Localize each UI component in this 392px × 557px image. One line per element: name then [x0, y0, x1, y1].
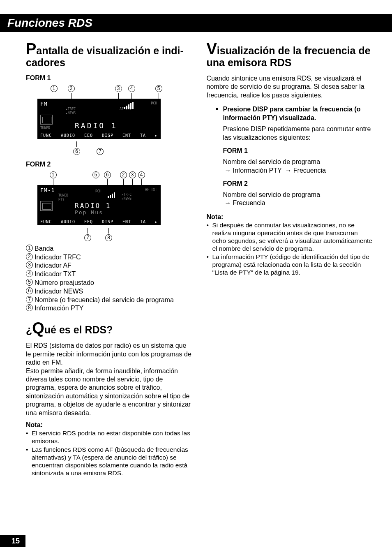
legend-num-4: 4 [26, 270, 33, 277]
form1-label: FORM 1 [26, 74, 192, 82]
legend-item: Indicador AF [35, 261, 71, 270]
left-column: Pantalla de visualización e indi-cadores… [26, 41, 192, 478]
section-que-es-rds: ¿Qué es el RDS? [26, 320, 192, 336]
display2-softkeys: FUNC AUDIO EEQ DISP ENT TA ▸ [40, 220, 158, 224]
legend-num-7: 7 [26, 296, 33, 303]
right-intro: Cuando sintonice una emisora RDS, se vis… [207, 74, 373, 99]
page-header: Funciones RDS [0, 14, 392, 32]
arrow-icon: → [225, 199, 231, 207]
callout-1b: 1 [50, 171, 57, 178]
callout-2b: 2 [120, 171, 127, 178]
form1-callouts-top: 1 2 3 4 5 [46, 84, 192, 99]
display1-main-text: RADIO 1 [75, 121, 118, 130]
section-pantalla: Pantalla de visualización e indi-cadores [26, 41, 192, 69]
form2-line1: Nombre del servicio de programa [223, 191, 373, 199]
legend-item: Información PTY [35, 304, 83, 313]
callout-6: 6 [73, 148, 80, 155]
step-text: Presione DISP repetidamente para conmuta… [223, 125, 373, 142]
note-item: Las funciones RDS como AF (búsqueda de f… [32, 446, 192, 477]
rds-paragraph-2: Esto permite añadir, de forma inaudible,… [26, 367, 192, 418]
display-form2: FM-1 TUNED PTY ▸TRFC ▸NEWS AF TXT PCH RA… [37, 185, 161, 225]
form1-label-right: FORM 1 [223, 147, 373, 155]
callout-6b: 6 [104, 171, 111, 178]
display2-sub-text: Pop Mus [75, 209, 103, 215]
note-list-left: •El servicio RDS podría no estar disponi… [26, 430, 192, 477]
callout-4: 4 [128, 85, 135, 92]
legend-item: Nombre (o frecuencia) del servicio de pr… [35, 296, 174, 305]
arrow-icon: → [285, 166, 292, 175]
note-heading-right: Nota: [207, 213, 373, 221]
callout-3: 3 [115, 85, 122, 92]
note-item: El servicio RDS podría no estar disponib… [32, 430, 192, 445]
note-item: La información PTY (código de identifica… [212, 253, 373, 277]
display2-main-text: RADIO 1 [75, 202, 111, 210]
legend-num-3: 3 [26, 261, 33, 268]
page-number: 15 [0, 535, 25, 547]
legend-item: Indicador TRFC [35, 253, 81, 262]
callout-2: 2 [68, 85, 75, 92]
legend-item: Número preajustado [35, 279, 94, 287]
form2-callouts-top: 1 5 6 2 3 4 [46, 171, 192, 185]
form2-callouts-bottom: 7 8 [84, 227, 192, 241]
callout-7b: 7 [84, 234, 91, 241]
note-list-right: •Si después de conmutar las visualizacio… [207, 222, 373, 277]
legend-num-6: 6 [26, 287, 33, 294]
display1-softkeys: FUNC AUDIO EEQ DISP ENT TA ▸ [40, 133, 158, 138]
legend-item: Indicador TXT [35, 270, 76, 279]
form2-label-right: FORM 2 [223, 180, 373, 188]
callout-8b: 8 [105, 234, 112, 241]
legend-num-1: 1 [26, 245, 33, 252]
callout-4b: 4 [138, 171, 145, 178]
tv-icon [40, 115, 53, 125]
form1-callouts-bottom: 6 7 [73, 141, 192, 155]
right-column: Visualización de la frecuencia de una em… [207, 41, 373, 478]
header-title: Funciones RDS [7, 16, 92, 29]
callout-1: 1 [51, 85, 58, 92]
callout-5: 5 [155, 85, 162, 92]
step-block: Presione DISP para cambiar la frecuencia… [207, 105, 373, 208]
callout-5b: 5 [92, 171, 99, 178]
form1-line1: Nombre del servicio de programa [223, 158, 373, 166]
section-visualizacion: Visualización de la frecuencia de una em… [207, 41, 373, 69]
rds-paragraph-1: El RDS (sistema de datos por radio) es u… [26, 342, 192, 367]
form1-chain: →Información PTY →Frecuencia [223, 166, 373, 175]
signal-bars-icon [108, 192, 115, 198]
content-columns: Pantalla de visualización e indi-cadores… [0, 32, 392, 478]
form2-label: FORM 2 [26, 161, 192, 168]
callout-3b: 3 [129, 171, 136, 178]
tv-icon [40, 201, 53, 211]
note-item: Si después de conmutar las visualizacion… [212, 222, 373, 253]
legend-item: Indicador NEWS [35, 287, 83, 296]
callout-7: 7 [97, 148, 104, 155]
legend-item: Banda [35, 245, 53, 253]
arrow-icon: → [225, 166, 231, 175]
legend-num-8: 8 [26, 304, 33, 311]
form2-chain: →Frecuencia [223, 199, 373, 207]
note-heading: Nota: [26, 421, 192, 429]
legend-num-5: 5 [26, 279, 33, 286]
bullet-icon [216, 108, 218, 110]
signal-bars-icon [124, 102, 134, 109]
step-bold: Presione DISP para cambiar la frecuencia… [223, 105, 373, 122]
legend-list: 1Banda 2Indicador TRFC 3Indicador AF 4In… [26, 245, 192, 313]
legend-num-2: 2 [26, 253, 33, 260]
display-form1: FM TUNED ▸TRFC ▸NEWS AF TXT PCH RADIO 1 … [37, 99, 161, 139]
